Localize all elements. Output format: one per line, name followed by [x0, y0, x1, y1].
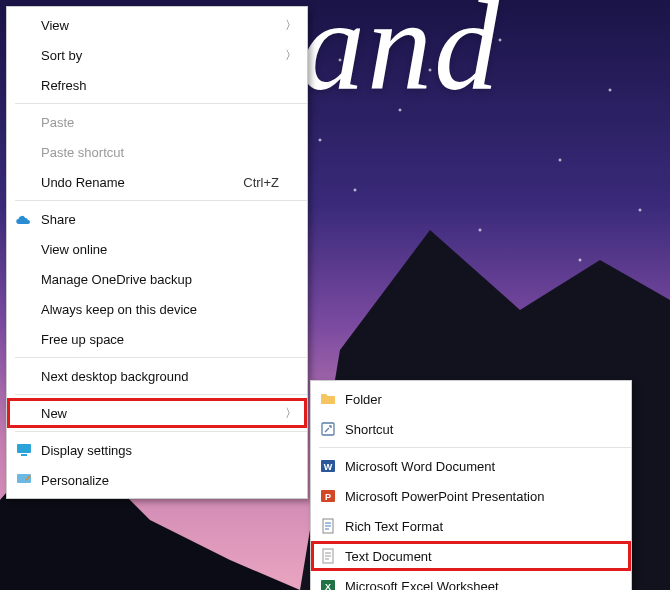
- menu-item-label: Text Document: [345, 549, 603, 564]
- menu-item-label: Paste: [41, 115, 279, 130]
- menu-item-share[interactable]: Share: [7, 204, 307, 234]
- svg-rect-2: [17, 474, 31, 483]
- menu-item-new[interactable]: New 〉: [7, 398, 307, 428]
- monitor-icon: [15, 441, 33, 459]
- menu-separator: [15, 357, 307, 358]
- submenu-item-folder[interactable]: Folder: [311, 384, 631, 414]
- menu-separator: [15, 103, 307, 104]
- menu-item-next-desktop-background[interactable]: Next desktop background: [7, 361, 307, 391]
- menu-item-label: Shortcut: [345, 422, 603, 437]
- menu-item-view[interactable]: View 〉: [7, 10, 307, 40]
- menu-item-label: Folder: [345, 392, 603, 407]
- menu-item-label: Microsoft Word Document: [345, 459, 603, 474]
- shortcut-icon: [319, 420, 337, 438]
- submenu-item-shortcut[interactable]: Shortcut: [311, 414, 631, 444]
- menu-item-display-settings[interactable]: Display settings: [7, 435, 307, 465]
- svg-text:P: P: [325, 492, 331, 502]
- word-icon: W: [319, 457, 337, 475]
- new-submenu: Folder Shortcut W Microsoft Word Documen…: [310, 380, 632, 590]
- menu-separator: [15, 200, 307, 201]
- chevron-right-icon: 〉: [285, 17, 297, 34]
- submenu-item-excel[interactable]: X Microsoft Excel Worksheet: [311, 571, 631, 590]
- powerpoint-icon: P: [319, 487, 337, 505]
- menu-item-label: Free up space: [41, 332, 279, 347]
- excel-icon: X: [319, 577, 337, 590]
- submenu-item-text-document[interactable]: Text Document: [311, 541, 631, 571]
- svg-rect-0: [17, 444, 31, 453]
- svg-text:W: W: [324, 462, 333, 472]
- menu-item-label: Share: [41, 212, 279, 227]
- menu-separator: [319, 447, 631, 448]
- rtf-icon: [319, 517, 337, 535]
- menu-item-sort-by[interactable]: Sort by 〉: [7, 40, 307, 70]
- chevron-right-icon: 〉: [285, 405, 297, 422]
- menu-item-label: Microsoft PowerPoint Presentation: [345, 489, 603, 504]
- menu-item-free-up-space[interactable]: Free up space: [7, 324, 307, 354]
- menu-item-accelerator: Ctrl+Z: [243, 175, 279, 190]
- chevron-right-icon: 〉: [285, 47, 297, 64]
- folder-icon: [319, 390, 337, 408]
- menu-separator: [15, 431, 307, 432]
- text-document-icon: [319, 547, 337, 565]
- menu-item-label: Display settings: [41, 443, 279, 458]
- submenu-item-rtf[interactable]: Rich Text Format: [311, 511, 631, 541]
- menu-item-label: New: [41, 406, 279, 421]
- menu-item-always-keep[interactable]: Always keep on this device: [7, 294, 307, 324]
- menu-item-label: Sort by: [41, 48, 279, 63]
- menu-item-label: Undo Rename: [41, 175, 243, 190]
- paintbrush-icon: [15, 471, 33, 489]
- submenu-item-word[interactable]: W Microsoft Word Document: [311, 451, 631, 481]
- menu-item-refresh[interactable]: Refresh: [7, 70, 307, 100]
- menu-item-label: Paste shortcut: [41, 145, 279, 160]
- menu-item-label: Always keep on this device: [41, 302, 279, 317]
- svg-text:X: X: [325, 582, 331, 590]
- menu-item-paste: Paste: [7, 107, 307, 137]
- svg-rect-1: [21, 454, 27, 456]
- cloud-icon: [15, 210, 33, 228]
- wallpaper-script-text: and: [300, 0, 501, 120]
- menu-item-undo-rename[interactable]: Undo Rename Ctrl+Z: [7, 167, 307, 197]
- menu-item-paste-shortcut: Paste shortcut: [7, 137, 307, 167]
- desktop-context-menu: View 〉 Sort by 〉 Refresh Paste Paste sho…: [6, 6, 308, 499]
- menu-item-label: View: [41, 18, 279, 33]
- menu-item-label: Manage OneDrive backup: [41, 272, 279, 287]
- menu-item-label: Personalize: [41, 473, 279, 488]
- menu-item-label: Microsoft Excel Worksheet: [345, 579, 603, 591]
- submenu-item-powerpoint[interactable]: P Microsoft PowerPoint Presentation: [311, 481, 631, 511]
- menu-item-manage-onedrive-backup[interactable]: Manage OneDrive backup: [7, 264, 307, 294]
- menu-item-label: Next desktop background: [41, 369, 279, 384]
- menu-item-label: Refresh: [41, 78, 279, 93]
- menu-item-view-online[interactable]: View online: [7, 234, 307, 264]
- menu-item-personalize[interactable]: Personalize: [7, 465, 307, 495]
- menu-item-label: View online: [41, 242, 279, 257]
- menu-separator: [15, 394, 307, 395]
- menu-item-label: Rich Text Format: [345, 519, 603, 534]
